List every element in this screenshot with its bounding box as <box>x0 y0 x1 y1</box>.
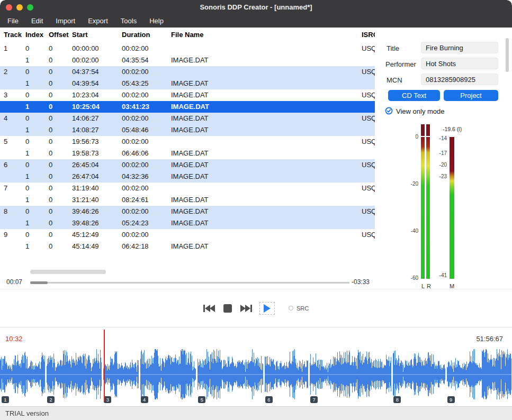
title-input[interactable] <box>421 42 498 53</box>
performer-label: Performer <box>385 60 416 68</box>
track-badge: 5 <box>198 396 205 403</box>
stop-button[interactable] <box>223 304 232 313</box>
skip-back-icon <box>203 305 215 312</box>
performer-input[interactable] <box>421 58 498 69</box>
track-badge: 9 <box>447 396 455 403</box>
table-row[interactable]: 9 0 0 45:12:49 00:02:00 USQ <box>0 229 375 241</box>
track-badge: 6 <box>265 396 273 403</box>
table-row[interactable]: 1 0 19:58:73 06:46:06 IMAGE.DAT <box>0 148 375 159</box>
col-offset: Offset <box>49 29 72 41</box>
app-window: Sonoris DDP Creator - [unnamed*] File Ed… <box>0 0 512 420</box>
menu-tools[interactable]: Tools <box>114 15 143 28</box>
m-scale-20: -20 <box>431 162 447 168</box>
menu-file[interactable]: File <box>1 15 25 28</box>
table-hscrollbar[interactable] <box>30 270 106 274</box>
menu-import[interactable]: Import <box>49 15 82 28</box>
cd-text-panel: Title Performer MCN CD Text Project View… <box>375 28 512 289</box>
panel-scrollbar[interactable] <box>506 38 509 72</box>
col-isrc: ISRC <box>362 29 375 41</box>
previous-track-button[interactable] <box>203 305 215 312</box>
cd-text-button[interactable]: CD Text <box>388 90 440 101</box>
track-badge: 7 <box>310 396 318 403</box>
table-row[interactable]: 6 0 0 26:45:04 00:02:00 IMAGE.DAT USQ <box>0 159 375 171</box>
menu-export[interactable]: Export <box>82 15 114 28</box>
m-scale-14: -14 <box>431 135 447 141</box>
trial-version-label: TRIAL version <box>5 409 49 417</box>
project-button[interactable]: Project <box>444 90 498 101</box>
lr-scale-60: -60 <box>402 275 418 281</box>
skip-forward-icon <box>240 305 252 312</box>
stop-icon <box>223 304 232 313</box>
mcn-input[interactable] <box>421 74 498 85</box>
meter-bar-right <box>426 137 430 279</box>
table-row[interactable]: 3 0 0 10:23:04 00:02:00 IMAGE.DAT USQ <box>0 89 375 101</box>
waveform-overview[interactable]: 123456789 <box>0 349 512 401</box>
table-row[interactable]: 1 0 04:39:54 05:43:25 IMAGE.DAT <box>0 78 375 89</box>
table-row[interactable]: 1 0 45:14:49 06:42:18 IMAGE.DAT <box>0 241 375 252</box>
m-scale-17: -17 <box>431 150 447 156</box>
title-bar: Sonoris DDP Creator - [unnamed*] <box>0 0 512 15</box>
menu-bar: File Edit Import Export Tools Help <box>0 15 512 28</box>
total-length-label: 51:56:67 <box>476 335 503 343</box>
track-badge: 8 <box>393 396 401 403</box>
table-row[interactable]: 1 0 00:02:00 04:35:54 IMAGE.DAT <box>0 54 375 66</box>
lr-scale-20: -20 <box>402 181 418 187</box>
peak-readout: -19.6 (l) <box>443 126 462 132</box>
next-track-button[interactable] <box>240 305 252 312</box>
m-scale-23: -23 <box>431 174 447 179</box>
table-row[interactable]: 1 0 10:25:04 03:41:23 IMAGE.DAT <box>0 101 375 113</box>
play-button[interactable] <box>264 304 271 313</box>
mcn-label: MCN <box>387 76 402 84</box>
playback-elapsed: 00:07 <box>6 278 22 286</box>
transport-bar: SRC <box>0 289 512 327</box>
play-button-focus-ring <box>259 302 275 315</box>
waveform-canvas <box>0 349 512 400</box>
view-only-checkbox-icon[interactable] <box>385 107 393 115</box>
table-row[interactable]: 2 0 0 04:37:54 00:02:00 USQ <box>0 66 375 78</box>
lr-scale-40: -40 <box>402 228 418 234</box>
track-badge: 2 <box>47 396 55 403</box>
table-row[interactable]: 5 0 0 19:56:73 00:02:00 USQ <box>0 136 375 148</box>
table-row[interactable]: 8 0 0 39:46:26 00:02:00 IMAGE.DAT USQ <box>0 206 375 217</box>
status-bar: TRIAL version <box>0 406 512 420</box>
playhead-time-label: 10:32 <box>5 335 23 343</box>
clip-indicator-right <box>426 124 430 136</box>
menu-edit[interactable]: Edit <box>25 15 49 28</box>
table-row[interactable]: 1 0 39:48:26 05:24:23 IMAGE.DAT <box>0 217 375 229</box>
track-table-body: 1 0 0 00:00:00 00:02:00 USQ 1 0 00:02:00… <box>0 43 375 252</box>
track-table: Track Index Offset Start Duration File N… <box>0 28 375 289</box>
table-row[interactable]: 1 0 0 00:00:00 00:02:00 USQ <box>0 43 375 54</box>
playhead <box>104 330 105 401</box>
clip-indicator-left <box>421 124 425 136</box>
waveform-section: 10:32 51:56:67 123456789 <box>0 327 512 406</box>
table-row[interactable]: 4 0 0 14:06:27 00:02:00 IMAGE.DAT USQ <box>0 113 375 124</box>
track-badge: 3 <box>104 396 111 403</box>
playback-slider[interactable] <box>30 282 349 284</box>
col-filename: File Name <box>171 29 362 41</box>
playback-remaining: -03:33 <box>352 278 370 286</box>
table-row[interactable]: 1 0 14:08:27 05:48:46 IMAGE.DAT <box>0 124 375 136</box>
track-badge: 1 <box>2 396 9 403</box>
col-start: Start <box>72 29 122 41</box>
track-badge: 4 <box>141 396 148 403</box>
window-title: Sonoris DDP Creator - [unnamed*] <box>0 0 512 15</box>
table-row[interactable]: 1 0 31:21:40 08:24:61 IMAGE.DAT <box>0 194 375 206</box>
title-label: Title <box>387 44 399 52</box>
lr-scale-0: 0 <box>402 134 418 140</box>
col-duration: Duration <box>122 29 171 41</box>
table-header: Track Index Offset Start Duration File N… <box>0 29 375 41</box>
src-label: SRC <box>297 305 309 312</box>
playback-slider-thumb[interactable] <box>30 281 48 284</box>
play-icon <box>264 304 271 313</box>
m-scale-41: -41 <box>431 272 447 278</box>
col-track: Track <box>4 29 25 41</box>
src-radio[interactable] <box>289 306 293 311</box>
table-row[interactable]: 7 0 0 31:19:40 00:02:00 USQ <box>0 182 375 194</box>
col-index: Index <box>25 29 49 41</box>
view-only-label: View only mode <box>396 107 445 115</box>
meter-bar-left <box>421 137 425 279</box>
meter-bar-mono <box>450 137 454 279</box>
table-row[interactable]: 1 0 26:47:04 04:32:36 IMAGE.DAT <box>0 171 375 182</box>
menu-help[interactable]: Help <box>143 15 170 28</box>
